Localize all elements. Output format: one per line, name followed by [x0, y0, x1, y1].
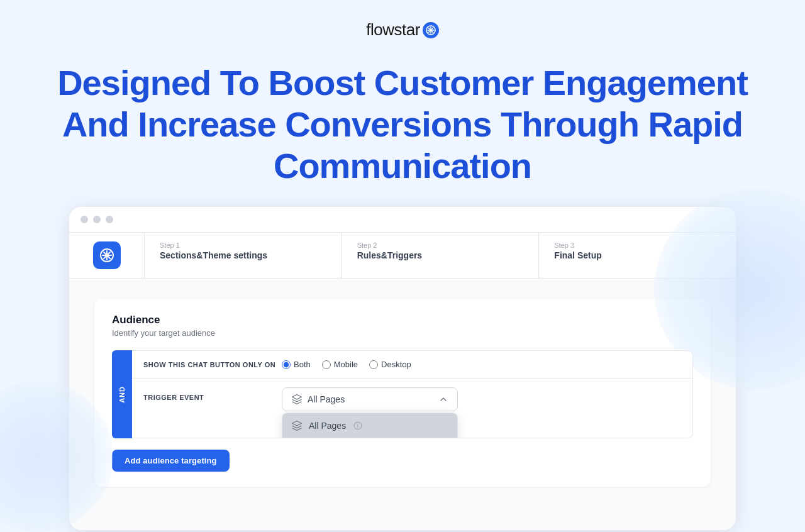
- layers-icon-option: [291, 420, 303, 431]
- step-3[interactable]: Step 3 Final Setup: [539, 233, 736, 278]
- audience-section: Audience Identify your target audience A…: [94, 299, 711, 487]
- hero-section: Designed To Boost Customer Engagement An…: [0, 45, 805, 207]
- radio-input-both[interactable]: [282, 360, 291, 369]
- step-1[interactable]: Step 1 Sections&Theme settings: [145, 233, 342, 278]
- trigger-dropdown-trigger[interactable]: All Pages: [282, 387, 458, 411]
- radio-mobile[interactable]: Mobile: [322, 360, 358, 369]
- show-chat-label: SHOW THIS CHAT BUTTON ONLY ON: [143, 361, 282, 369]
- rules-panel: SHOW THIS CHAT BUTTON ONLY ON Both Mobil…: [132, 350, 693, 438]
- step-1-label: Step 1: [160, 241, 326, 249]
- audience-subtitle: Identify your target audience: [112, 328, 693, 338]
- add-audience-button-label: Add audience targeting: [125, 456, 217, 465]
- audience-title: Audience: [112, 314, 693, 326]
- layers-icon: [291, 394, 303, 405]
- trigger-dropdown-wrapper: All Pages: [282, 387, 458, 411]
- radio-desktop[interactable]: Desktop: [369, 360, 411, 369]
- step-1-name: Sections&Theme settings: [160, 250, 326, 260]
- logo-flow: flow: [366, 20, 394, 39]
- header: flowstar: [0, 0, 805, 45]
- step-2-name: Rules&Triggers: [357, 250, 524, 260]
- info-icon-all-pages: [353, 421, 362, 430]
- trigger-row: TRIGGER EVENT All Page: [132, 379, 692, 420]
- step-3-name: Final Setup: [554, 250, 721, 260]
- radio-mobile-label: Mobile: [334, 360, 358, 369]
- chrome-dot-3: [106, 216, 113, 223]
- logo: flowstar: [366, 20, 420, 40]
- dropdown-item-all-pages-label: All Pages: [309, 421, 346, 431]
- chrome-dot-2: [93, 216, 101, 223]
- rule-container: AND SHOW THIS CHAT BUTTON ONLY ON Both: [112, 350, 693, 438]
- and-label: AND: [118, 386, 126, 403]
- radio-desktop-label: Desktop: [381, 360, 411, 369]
- dropdown-item-all-pages[interactable]: All Pages: [282, 413, 457, 438]
- step-logo: [69, 233, 145, 278]
- trigger-label: TRIGGER EVENT: [143, 387, 282, 401]
- and-bar: AND: [112, 350, 132, 438]
- radio-input-mobile[interactable]: [322, 360, 331, 369]
- trigger-dropdown-menu: All Pages: [282, 413, 458, 438]
- dropdown-selected-label: All Pages: [308, 394, 345, 404]
- steps-bar: Step 1 Sections&Theme settings Step 2 Ru…: [69, 233, 736, 279]
- radio-input-desktop[interactable]: [369, 360, 378, 369]
- main-card: Step 1 Sections&Theme settings Step 2 Ru…: [69, 207, 736, 530]
- window-chrome: [69, 207, 736, 233]
- hero-title: Designed To Boost Customer Engagement An…: [25, 62, 780, 187]
- add-audience-button[interactable]: Add audience targeting: [112, 450, 230, 472]
- radio-both[interactable]: Both: [282, 360, 311, 369]
- chrome-dot-1: [80, 216, 88, 223]
- step-2[interactable]: Step 2 Rules&Triggers: [342, 233, 540, 278]
- brand-icon: [93, 241, 121, 269]
- dropdown-trigger-left: All Pages: [291, 394, 345, 405]
- radio-both-label: Both: [294, 360, 311, 369]
- step-3-label: Step 3: [554, 241, 721, 249]
- step-2-label: Step 2: [357, 241, 524, 249]
- logo-icon: [423, 22, 439, 38]
- content-area: Audience Identify your target audience A…: [69, 279, 736, 530]
- device-radio-group: Both Mobile Desktop: [282, 360, 411, 369]
- show-chat-row: SHOW THIS CHAT BUTTON ONLY ON Both Mobil…: [132, 351, 692, 379]
- chevron-up-icon: [438, 394, 448, 404]
- logo-star: star: [394, 20, 419, 39]
